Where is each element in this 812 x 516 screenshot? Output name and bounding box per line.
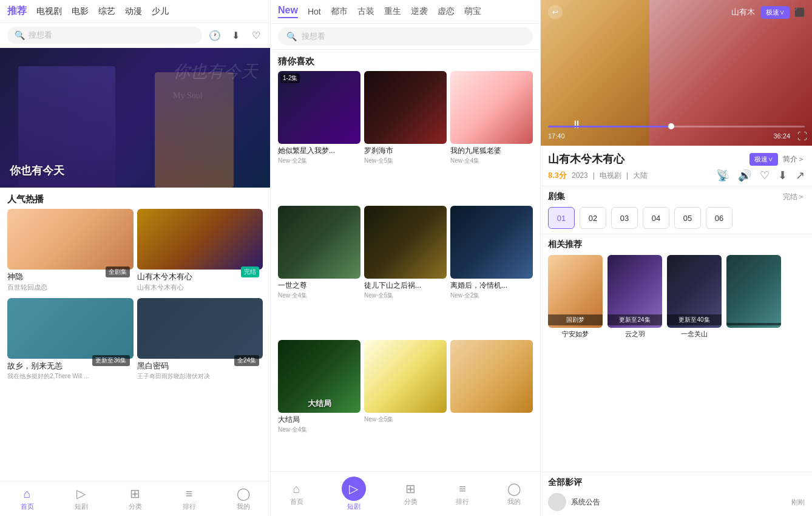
episode-06[interactable]: 06 — [706, 207, 732, 229]
download-right-icon[interactable]: ⬇ — [778, 169, 787, 182]
mid-item-lihun[interactable]: 离婚后，冷情机... New·全2集 — [450, 206, 533, 337]
hot-item-heibai[interactable]: 全24集 黑白密码 王子奇田雨苏晓彭潜伏对决 — [137, 298, 263, 383]
favorite-icon[interactable]: ♡ — [249, 29, 263, 42]
video-controls: ↩ 山有木 极速∨ ⬛ — [541, 0, 812, 24]
mid-nav-category[interactable]: ⊞ 分类 — [404, 481, 418, 506]
mid-nav-rank[interactable]: ≡ 排行 — [456, 482, 469, 506]
left-nav-category[interactable]: ⊞ 分类 — [129, 486, 142, 511]
cast-icon[interactable]: 📡 — [716, 169, 729, 182]
mid-item-hunli[interactable]: New·全5集 — [364, 340, 447, 471]
rec-item-yinian[interactable]: 更新至40集 一念关山 — [667, 255, 722, 339]
history-icon[interactable]: 🕐 — [208, 29, 222, 42]
hot-badge-shenyin: 全剧集 — [106, 266, 130, 277]
mid-tab-xulian[interactable]: 虚恋 — [438, 6, 455, 17]
left-search-input[interactable]: 🔍 搜想看 — [7, 27, 202, 44]
rec-name-ningan: 宁安如梦 — [548, 330, 603, 339]
mid-tab-mengbao[interactable]: 萌宝 — [464, 6, 481, 17]
episode-03[interactable]: 03 — [611, 207, 638, 229]
rec-badge-ningan: 国剧梦 — [548, 314, 603, 325]
episodes-status[interactable]: 完结＞ — [783, 192, 805, 202]
left-nav-item-anime[interactable]: 动漫 — [125, 6, 142, 17]
mid-tab-nixji[interactable]: 逆袭 — [411, 6, 428, 17]
mid-rank-icon: ≡ — [459, 482, 466, 496]
left-nav-rank[interactable]: ≡ 排行 — [183, 487, 196, 511]
rec-badge-yunyu: 更新至24集 — [607, 314, 662, 325]
mid-tab-hot[interactable]: Hot — [308, 7, 321, 16]
mid-nav-shorts[interactable]: ▷ 短剧 — [342, 477, 366, 511]
episode-02[interactable]: 02 — [580, 207, 606, 229]
intro-button[interactable]: 简介＞ — [783, 154, 805, 165]
mid-item-luojie[interactable]: 罗刹海市 New·全5集 — [364, 71, 447, 202]
progress-dot — [668, 123, 674, 129]
mid-item-tudi[interactable]: 徒儿下山之后祸... New·全5集 — [364, 206, 447, 337]
mid-item-jiejushang[interactable]: 大结局 大结局 New·全4集 — [278, 340, 360, 471]
pause-button[interactable]: ⏸ — [571, 118, 582, 131]
category-icon: ⊞ — [130, 486, 140, 501]
mid-thumb-lihun — [450, 206, 533, 279]
mid-tab-new[interactable]: New — [278, 5, 298, 18]
fullscreen-button[interactable]: ⛶ — [797, 131, 807, 142]
show-region: 大陆 — [633, 171, 648, 181]
hot-section-title: 人气热播 — [0, 188, 270, 209]
share-icon[interactable]: ↗ — [796, 169, 805, 182]
speed-badge[interactable]: 极速∨ — [761, 6, 790, 19]
download-icon[interactable]: ⬇ — [229, 29, 242, 42]
left-hero-banner[interactable]: 你也有今天My Soul 你也有今天 — [0, 48, 270, 188]
mid-item-tasifan[interactable]: 1-2集 她似繁星入我梦... New·全2集 — [278, 71, 360, 202]
rec-thumb-yunyu: 更新至24集 — [607, 255, 662, 328]
mid-search-icon: 🔍 — [286, 32, 297, 41]
episodes-title: 剧集 — [548, 191, 565, 202]
mid-recommend-grid: 1-2集 她似繁星入我梦... New·全2集 罗刹海市 New·全5集 我的九… — [271, 71, 540, 471]
volume-icon[interactable]: 🔊 — [738, 169, 751, 182]
mid-tabs: New Hot 都市 古装 重生 逆袭 虚恋 萌宝 — [271, 0, 540, 24]
left-nav-item-tv[interactable]: 电视剧 — [36, 6, 62, 17]
left-nav-home[interactable]: ⌂ 首页 — [21, 487, 34, 511]
like-icon[interactable]: ♡ — [760, 169, 770, 182]
mid-nav-shorts-label: 短剧 — [347, 502, 360, 511]
episode-04[interactable]: 04 — [643, 207, 669, 229]
mid-tab-chongsheng[interactable]: 重生 — [384, 6, 401, 17]
mid-nav-profile[interactable]: ◯ 我的 — [507, 481, 521, 506]
mid-item-yishi[interactable]: 一世之尊 New·全4集 — [278, 206, 360, 337]
left-nav-item-variety[interactable]: 综艺 — [98, 6, 115, 17]
hot-thumb-guxiang: 更新至36集 — [7, 298, 134, 359]
left-nav-shorts-label: 短剧 — [75, 502, 88, 511]
right-speed-badge[interactable]: 极速∨ — [749, 153, 778, 166]
video-time-total: 36:24 — [773, 132, 790, 140]
episode-05[interactable]: 05 — [674, 207, 701, 229]
left-nav-shorts[interactable]: ▷ 短剧 — [75, 486, 88, 511]
mid-thumb-yishi — [278, 206, 360, 279]
hot-item-shanyoumu[interactable]: 完结 山有木兮木有心 山有木兮木有心 — [137, 209, 263, 294]
hot-item-shenyin[interactable]: 全剧集 神隐 百世轮回虚恋 — [7, 209, 134, 294]
video-back-button[interactable]: ↩ — [548, 5, 563, 19]
comment-author: 系统公告 — [571, 497, 600, 508]
left-nav-item-recommend[interactable]: 推荐 — [7, 5, 27, 18]
right-video-player[interactable]: ↩ 山有木 极速∨ ⬛ ⏸ 17:40 36:24 ⛶ — [541, 0, 812, 146]
episode-01[interactable]: 01 — [548, 207, 575, 229]
rec-item-ningan[interactable]: 国剧梦 宁安如梦 — [548, 255, 603, 339]
left-nav-item-movie[interactable]: 电影 — [72, 6, 89, 17]
mid-tab-guzhuang[interactable]: 古装 — [357, 6, 374, 17]
hot-badge-guxiang: 更新至36集 — [92, 355, 129, 366]
comment-avatar — [548, 493, 566, 511]
left-nav-home-label: 首页 — [21, 502, 34, 511]
mid-item-jiuwei[interactable]: 我的九尾狐老婆 New·全4集 — [450, 71, 533, 202]
rec-item-yunyu[interactable]: 更新至24集 云之羽 — [607, 255, 662, 339]
mid-tab-dushi[interactable]: 都市 — [331, 6, 348, 17]
right-meta: 8.3分 2023 | 电视剧 | 大陆 📡 🔊 ♡ ⬇ ↗ — [548, 169, 805, 182]
left-nav-item-kids[interactable]: 少儿 — [152, 6, 169, 17]
hot-sub-heibai: 王子奇田雨苏晓彭潜伏对决 — [137, 372, 263, 383]
mid-search-input[interactable]: 🔍 搜想看 — [278, 27, 533, 46]
rec-item-extra[interactable] — [726, 255, 781, 339]
right-panel: ↩ 山有木 极速∨ ⬛ ⏸ 17:40 36:24 ⛶ 山有木兮木有心 极速∨ … — [540, 0, 812, 516]
mid-item-guizhi[interactable] — [450, 340, 533, 471]
left-nav-profile[interactable]: ◯ 我的 — [237, 486, 250, 511]
comment-time: 刚刚 — [791, 498, 805, 507]
hot-item-guxiang[interactable]: 更新至36集 故乡，别来无恙 我在他乡挺好的2,There Will ... — [7, 298, 134, 383]
video-progress[interactable] — [541, 126, 812, 127]
mid-panel: New Hot 都市 古装 重生 逆袭 虚恋 萌宝 🔍 搜想看 猜你喜欢 1-2… — [270, 0, 540, 516]
rec-badge-yinian: 更新至40集 — [667, 314, 722, 325]
video-icon-extra[interactable]: ⬛ — [794, 7, 805, 17]
mid-nav-home[interactable]: ⌂ 首页 — [290, 482, 303, 506]
comments-title: 全部影评 — [548, 477, 805, 488]
